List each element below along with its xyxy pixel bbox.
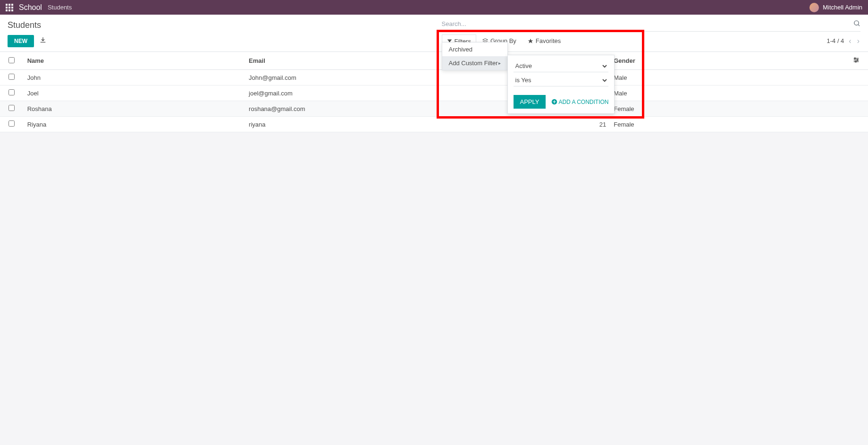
apps-icon[interactable] bbox=[6, 4, 13, 11]
avatar bbox=[809, 3, 819, 12]
cell-gender: Female bbox=[610, 101, 844, 117]
search-icon[interactable] bbox=[853, 20, 860, 28]
control-panel: Students NEW Filters Group By bbox=[0, 15, 868, 52]
row-checkbox[interactable] bbox=[8, 120, 15, 127]
page-title: Students bbox=[8, 20, 427, 30]
plus-circle-icon bbox=[551, 99, 557, 105]
user-name: Mitchell Admin bbox=[823, 4, 862, 11]
cell-name: Joel bbox=[24, 86, 245, 101]
app-name[interactable]: School bbox=[19, 3, 42, 12]
search-input[interactable] bbox=[442, 18, 854, 29]
cell-gender: Male bbox=[610, 70, 844, 86]
filter-condition-select[interactable]: is Yes bbox=[514, 74, 609, 86]
add-custom-filter-label: Add Custom Filter bbox=[449, 60, 498, 67]
pager-text: 1-4 / 4 bbox=[826, 37, 844, 44]
favorites-label: Favorites bbox=[536, 37, 561, 44]
apply-button[interactable]: APPLY bbox=[514, 95, 546, 109]
cell-gender: Male bbox=[610, 86, 844, 101]
filter-item-archived[interactable]: Archived bbox=[442, 43, 507, 56]
table-row[interactable]: Joel joel@gmail.com 22 Male bbox=[0, 86, 868, 101]
row-checkbox[interactable] bbox=[8, 74, 15, 80]
topbar: School Students Mitchell Admin bbox=[0, 0, 868, 15]
columns-settings-icon[interactable] bbox=[853, 58, 860, 65]
favorites-button[interactable]: Favorites bbox=[522, 34, 566, 47]
cell-name: Roshana bbox=[24, 101, 245, 117]
pager-prev[interactable]: ‹ bbox=[848, 36, 852, 46]
chevron-right-icon: ▸ bbox=[498, 60, 501, 66]
cell-gender: Female bbox=[610, 117, 844, 132]
svg-point-2 bbox=[854, 58, 856, 59]
breadcrumb-students[interactable]: Students bbox=[48, 4, 72, 11]
column-gender[interactable]: Gender bbox=[610, 52, 844, 70]
table-row[interactable]: John John@gmail.com 20 Male bbox=[0, 70, 868, 86]
add-condition-button[interactable]: ADD A CONDITION bbox=[551, 99, 608, 105]
select-all-checkbox[interactable] bbox=[8, 57, 15, 63]
cell-age: 21 bbox=[571, 117, 610, 132]
svg-point-0 bbox=[854, 20, 859, 25]
table-header-row: Name Email Age Gender bbox=[0, 52, 868, 70]
row-checkbox[interactable] bbox=[8, 89, 15, 95]
table-row[interactable]: Riyana riyana 21 Female bbox=[0, 117, 868, 132]
column-name[interactable]: Name bbox=[24, 52, 245, 70]
students-table: Name Email Age Gender John John@gmail.co… bbox=[0, 52, 868, 132]
pager: 1-4 / 4 ‹ › bbox=[826, 36, 860, 46]
row-checkbox[interactable] bbox=[8, 105, 15, 111]
cell-email: riyana bbox=[245, 117, 571, 132]
table-row[interactable]: Roshana roshana@gmail.com 21 Female bbox=[0, 101, 868, 117]
user-menu[interactable]: Mitchell Admin bbox=[809, 3, 862, 12]
new-button[interactable]: NEW bbox=[8, 35, 34, 47]
download-icon bbox=[40, 37, 46, 43]
filter-field-select[interactable]: Active bbox=[514, 60, 609, 72]
pager-next[interactable]: › bbox=[856, 36, 860, 46]
star-icon bbox=[528, 38, 533, 44]
svg-point-4 bbox=[855, 61, 857, 62]
cell-name: Riyana bbox=[24, 117, 245, 132]
filter-item-add-custom[interactable]: Add Custom Filter ▸ bbox=[442, 56, 507, 70]
cell-name: John bbox=[24, 70, 245, 86]
add-condition-label: ADD A CONDITION bbox=[558, 99, 608, 105]
filter-dropdown: Archived Add Custom Filter ▸ bbox=[442, 42, 508, 70]
download-button[interactable] bbox=[37, 34, 49, 48]
svg-point-3 bbox=[857, 60, 858, 61]
custom-filter-panel: Active is Yes APPLY ADD A CONDITION bbox=[507, 55, 615, 114]
